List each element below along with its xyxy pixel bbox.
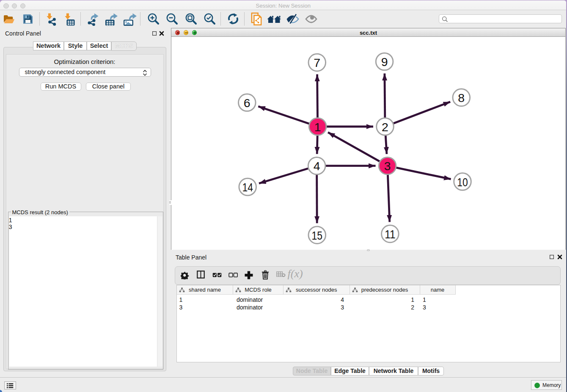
svg-text:7: 7 xyxy=(314,56,320,69)
svg-text:1: 1 xyxy=(314,120,321,134)
svg-text:15: 15 xyxy=(312,229,323,242)
svg-text:6: 6 xyxy=(244,96,250,110)
svg-text:2: 2 xyxy=(382,120,388,134)
svg-text:10: 10 xyxy=(457,175,468,189)
svg-text:9: 9 xyxy=(381,55,388,69)
svg-text:4: 4 xyxy=(314,159,320,173)
svg-text:8: 8 xyxy=(458,91,465,105)
svg-text:14: 14 xyxy=(242,180,253,194)
svg-text:3: 3 xyxy=(384,159,391,173)
svg-text:11: 11 xyxy=(385,227,396,241)
